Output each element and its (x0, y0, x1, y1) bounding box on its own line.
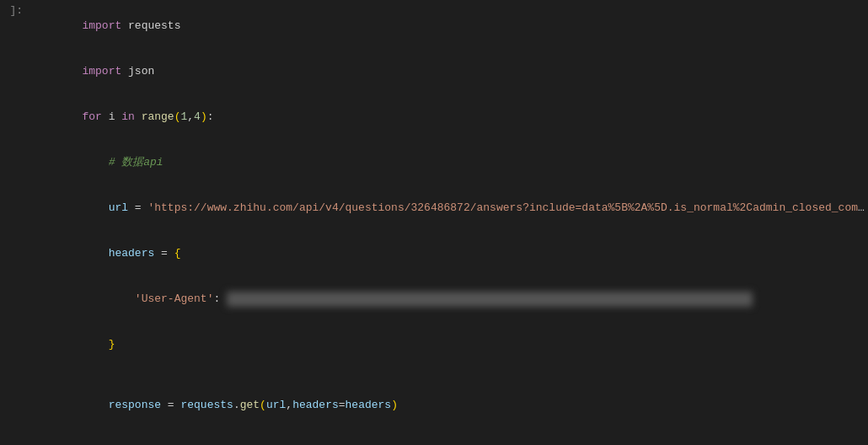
code-line-4: # 数据api (0, 140, 868, 185)
line-content: url = 'https://www.zhihu.com/api/v4/ques… (29, 185, 868, 231)
line-content: import json (29, 49, 868, 94)
code-line-6: headers = { (0, 231, 868, 276)
code-line-5: url = 'https://www.zhihu.com/api/v4/ques… (0, 185, 868, 231)
line-content: headers = { (29, 231, 868, 276)
editor-container: ]: import requests import json for i in … (0, 0, 868, 445)
code-line-2: import json (0, 49, 868, 94)
line-content: response = requests.get(url,headers=head… (29, 383, 868, 428)
line-content: import requests (29, 3, 868, 49)
line-number: ]: (0, 3, 29, 19)
code-line-8: } (0, 322, 868, 367)
line-content (29, 367, 868, 383)
code-line-7: 'User-Agent': (0, 276, 868, 322)
code-line-3: for i in range(1,4): (0, 94, 868, 140)
line-content: 'User-Agent': (29, 276, 868, 322)
code-line-empty2 (0, 428, 868, 443)
line-content (29, 428, 868, 443)
line-content: } (29, 322, 868, 367)
line-content: for i in range(1,4): (29, 94, 868, 140)
line-content: # 数据api (29, 140, 868, 185)
code-line-empty (0, 367, 868, 383)
code-line-9: response = requests.get(url,headers=head… (0, 383, 868, 428)
blurred-useragent (227, 292, 753, 307)
code-section: ]: import requests import json for i in … (0, 0, 868, 445)
code-line-1: ]: import requests (0, 3, 868, 49)
